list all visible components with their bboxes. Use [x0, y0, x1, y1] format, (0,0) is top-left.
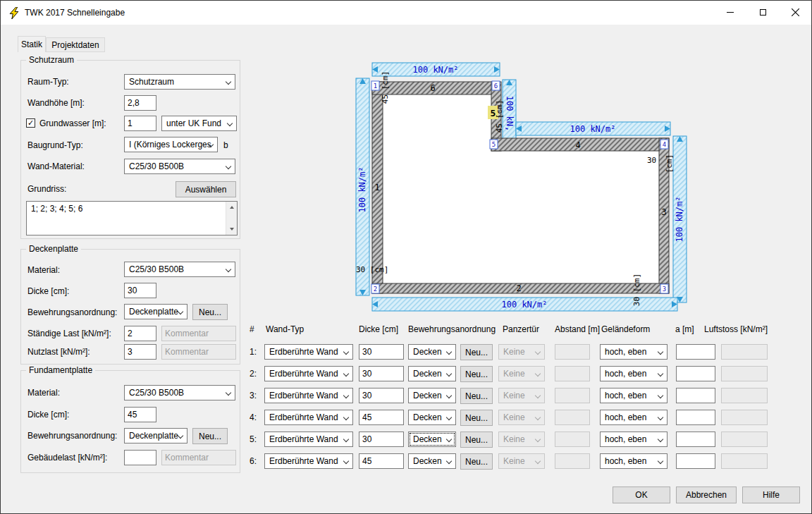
ok-button[interactable]: OK [613, 487, 670, 503]
row-2-a-input[interactable] [676, 366, 715, 381]
raum-typ-value: Schutzraum [129, 77, 174, 87]
row-1-number: 1: [250, 347, 257, 357]
tab-statik[interactable]: Statik [18, 36, 46, 52]
row-4-bewehrung-value: Decken [413, 412, 442, 422]
row-5-dicke-input[interactable] [359, 432, 404, 447]
deck-bewehrung-select[interactable]: Deckenplatte [124, 304, 187, 319]
staendige-last-input[interactable] [124, 326, 156, 341]
chevron-down-icon [343, 415, 349, 420]
chevron-down-icon [226, 267, 231, 272]
row-5-panzertuer-select: Keine [498, 432, 545, 447]
row-4-gelaendeform-select[interactable]: hoch, eben [600, 410, 668, 425]
wandhoehe-input[interactable] [124, 95, 156, 111]
row-3-a-input[interactable] [676, 388, 715, 403]
row-6-neu-button[interactable]: Neu... [460, 453, 493, 470]
grundwasser-input[interactable] [124, 116, 156, 131]
fund-material-select[interactable]: C25/30 B500B [124, 385, 235, 400]
chevron-down-icon [343, 458, 349, 464]
row-2-gelaendeform-select[interactable]: hoch, eben [600, 366, 668, 381]
row-4-neu-button[interactable]: Neu... [460, 410, 493, 426]
deck-neu-button[interactable]: Neu... [192, 304, 228, 320]
header-bewehrung: Bewehrungsanordnung [408, 324, 496, 334]
row-3-wand-typ-select[interactable]: Erdberührte Wand [264, 388, 353, 403]
fund-material-value: C25/30 B500B [129, 388, 184, 398]
header-gelaendeform: Geländeform [601, 324, 650, 334]
row-6-bewehrung-select[interactable]: Decken [408, 453, 456, 469]
row-6-wand-typ-select[interactable]: Erdberührte Wand [264, 453, 353, 469]
cancel-button[interactable]: Abbrechen [676, 487, 737, 503]
row-2-bewehrung-value: Decken [413, 369, 442, 379]
row-3-neu-button[interactable]: Neu... [460, 388, 493, 404]
row-6-a-input[interactable] [676, 453, 715, 469]
node-4-label: 4 [663, 141, 666, 148]
row-1-bewehrung-select[interactable]: Decken [408, 344, 456, 360]
row-6-gelaendeform-select[interactable]: hoch, eben [600, 453, 668, 469]
wall-2-number[interactable]: 2 [516, 283, 521, 293]
row-4-bewehrung-select[interactable]: Decken [408, 410, 456, 425]
row-5-a-input[interactable] [676, 432, 715, 447]
row-1-a-input[interactable] [676, 344, 715, 360]
row-6-bewehrung-value: Decken [413, 456, 442, 466]
row-2-bewehrung-select[interactable]: Decken [408, 366, 456, 381]
row-3-dicke-input[interactable] [359, 388, 404, 403]
row-6-dicke-input[interactable] [359, 453, 404, 469]
scroll-down-icon[interactable] [230, 228, 234, 231]
raum-typ-select[interactable]: Schutzraum [124, 74, 235, 90]
wall-3-thickness-value: 30 [647, 156, 656, 165]
gebaeudelast-input[interactable] [124, 450, 156, 465]
wall-3-number[interactable]: 3 [661, 207, 666, 217]
load-label-left: 100 kN/m² [357, 166, 367, 212]
close-icon [792, 8, 799, 16]
row-1-dicke-input[interactable] [359, 344, 404, 360]
grundwasser-checkbox[interactable]: ✓ [26, 118, 35, 128]
row-4-a-input[interactable] [676, 410, 715, 425]
fund-dicke-input[interactable] [124, 407, 156, 422]
grundriss-textarea[interactable]: 1; 2; 3; 4; 5; 6 [26, 201, 238, 235]
row-1-wand-typ-select[interactable]: Erdberührte Wand [264, 344, 353, 360]
baugrund-select[interactable]: I (Körniges Lockerges [124, 137, 218, 152]
row-2-luftstoss-input [721, 366, 768, 381]
grundriss-scrollbar[interactable] [226, 202, 237, 235]
chevron-down-icon [343, 349, 349, 355]
wall-6-number[interactable]: 6 [430, 83, 435, 93]
wall-4-number[interactable]: 4 [575, 140, 580, 150]
help-button[interactable]: Hilfe [742, 487, 800, 503]
row-2-dicke-input[interactable] [359, 366, 404, 381]
row-2-wand-typ-select[interactable]: Erdberührte Wand [264, 366, 353, 381]
tab-projektdaten[interactable]: Projektdaten [46, 37, 105, 52]
wand-material-label: Wand-Material: [27, 161, 85, 171]
row-4-dicke-input[interactable] [359, 410, 404, 425]
wall-4-thickness-label: 45 [cm] [495, 100, 504, 133]
wall-6[interactable] [372, 82, 500, 94]
row-4-wand-typ-value: Erdberührte Wand [269, 412, 338, 422]
row-5-neu-button[interactable]: Neu... [460, 432, 493, 448]
row-5-gelaendeform-select[interactable]: hoch, eben [600, 432, 668, 447]
scroll-up-icon[interactable] [230, 206, 234, 209]
maximize-icon [760, 9, 766, 16]
wall-1-number[interactable]: 1 [374, 183, 379, 192]
row-5-panzertuer-value: Keine [503, 434, 525, 444]
nutzlast-input[interactable] [124, 344, 156, 360]
row-3-gelaendeform-select[interactable]: hoch, eben [600, 388, 668, 403]
minimize-button[interactable] [714, 1, 746, 24]
header-wand-typ: Wand-Typ [266, 324, 304, 334]
row-4-wand-typ-select[interactable]: Erdberührte Wand [264, 410, 353, 425]
row-1-gelaendeform-select[interactable]: hoch, eben [600, 344, 668, 360]
row-5-wand-typ-select[interactable]: Erdberührte Wand [264, 432, 353, 447]
deck-dicke-input[interactable] [124, 283, 156, 298]
maximize-button[interactable] [746, 1, 779, 24]
fund-bewehrung-select[interactable]: Deckenplatte [124, 428, 187, 443]
close-button[interactable] [779, 1, 811, 24]
deck-bewehrung-value: Deckenplatte [129, 307, 178, 317]
wand-material-select[interactable]: C25/30 B500B [124, 159, 235, 174]
deck-material-select[interactable]: C25/30 B500B [124, 262, 235, 277]
row-1-neu-button[interactable]: Neu... [460, 344, 493, 360]
chevron-down-icon [343, 371, 349, 377]
row-3-bewehrung-select[interactable]: Decken [408, 388, 456, 403]
row-2-neu-button[interactable]: Neu... [460, 366, 493, 382]
auswaehlen-button[interactable]: Auswählen [176, 181, 236, 197]
row-5-bewehrung-select[interactable]: Decken [408, 432, 456, 447]
grundwasser-ref-select[interactable]: unter UK Fund [161, 116, 237, 131]
room-interior [383, 151, 659, 283]
fund-neu-button[interactable]: Neu... [192, 428, 228, 444]
